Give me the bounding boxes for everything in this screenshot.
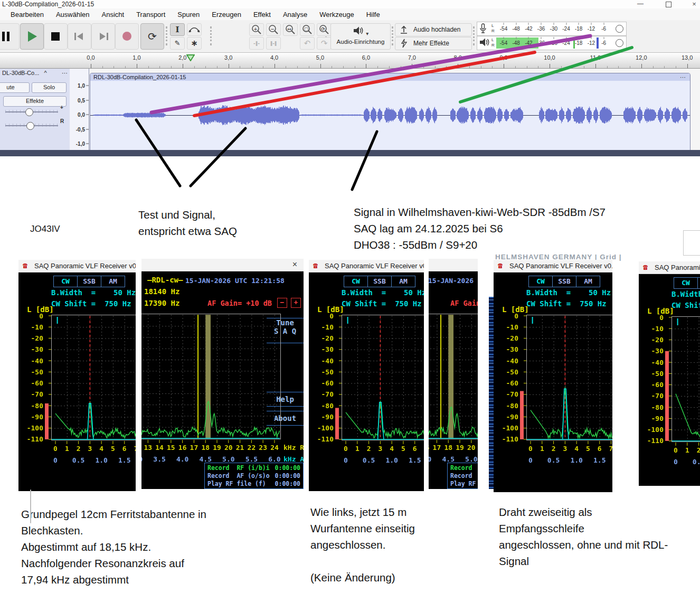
ruler-minor-tick [481, 66, 481, 68]
meter-right-label: R [491, 43, 495, 48]
ruler-minor-tick [630, 66, 630, 68]
silence-selection-button[interactable]: ‖-‖ [266, 37, 281, 50]
saq-title-bar[interactable]: ☎SAQ Panoramic VLF Receiver v0.98× [494, 260, 612, 272]
more-effects-button[interactable]: Mehr Effekte [395, 37, 472, 50]
playback-meter[interactable]: LR-54-48-42-36-30-24-18-12-6 [477, 36, 627, 50]
close-button[interactable]: × [685, 0, 700, 8]
saq-title-bar[interactable]: ☎SAQ Panoramic VLF Receiver v0.98× [309, 260, 424, 272]
zoom-fit-button[interactable]: □ [300, 23, 315, 36]
mode-am-button[interactable]: AM [576, 276, 600, 287]
draw-tool-button[interactable]: ✎ [170, 37, 185, 50]
upload-audio-button[interactable]: Audio hochladen [395, 23, 472, 36]
menu-ansicht[interactable]: Ansicht [102, 11, 125, 18]
meter-scale-value: -24 [562, 40, 570, 46]
track-menu-icon[interactable]: ⋯ [62, 70, 68, 77]
ruler-minor-tick [309, 66, 309, 68]
play-position-marker-icon[interactable] [186, 54, 195, 61]
record-row: Record AF (o/s)o0:00:00 [207, 472, 300, 480]
ruler-minor-tick [297, 66, 298, 68]
close-icon[interactable]: × [292, 260, 297, 269]
skip-start-button[interactable] [68, 23, 91, 50]
ruler-label: 4,0 [270, 54, 278, 61]
menu-analyse[interactable]: Analyse [283, 11, 307, 18]
mode-cw-button[interactable]: CW [53, 276, 78, 287]
menu-werkzeuge[interactable]: Werkzeuge [319, 11, 354, 18]
toolbar-grip[interactable] [473, 26, 475, 45]
af-gain-minus-button[interactable]: − [277, 298, 287, 308]
saq-title-bar[interactable]: ☎SAQ Panoramic VLF Receiver v0.98× [429, 259, 478, 271]
saq-window-6: ☎SAQ Panoramic VLF Receiver v0.98×CWSSBA… [639, 261, 700, 486]
zoom-out-button[interactable]: − [266, 23, 281, 36]
audio-clip[interactable]: RDL-30dB-Compilation_2026-01-15 ⋯ [90, 73, 690, 151]
vertical-scale-ruler: 1,00,50,0-0,5-1,0 [70, 69, 89, 150]
menu-bearbeiten[interactable]: Bearbeiten [11, 11, 44, 18]
mute-button[interactable]: ute [0, 82, 30, 93]
selection-tool-button[interactable]: I [170, 23, 185, 36]
collapse-icon[interactable]: ^ [44, 70, 46, 76]
multi-tool-button[interactable]: ∗ [187, 37, 202, 50]
trim-outside-button[interactable]: -‖- [249, 37, 264, 50]
clip-menu-icon[interactable]: ⋯ [680, 73, 686, 81]
skip-end-button[interactable] [91, 23, 115, 50]
mode-cw-button[interactable]: CW [528, 276, 553, 287]
mode-ssb-button[interactable]: SSB [367, 276, 392, 287]
clip-indicator-icon[interactable] [616, 39, 623, 47]
zoom-in-button[interactable]: + [249, 23, 264, 36]
mode-am-button[interactable]: AM [391, 276, 415, 287]
zoom-fit-icon: □ [300, 24, 314, 35]
clip-indicator-icon[interactable] [616, 25, 623, 33]
mode-ssb-button[interactable]: SSB [697, 277, 700, 289]
track-header[interactable]: DL-30dB-Co... ^ ⋯ [2, 70, 68, 78]
ruler-tick [458, 64, 458, 68]
maximize-button[interactable] [659, 0, 677, 8]
undo-button[interactable]: ↶ [300, 37, 315, 50]
pan-slider-thumb[interactable] [26, 122, 34, 130]
saq-window-2: ☎SAQ Panoramic VLF Receiver v0.98×CWSSBA… [141, 259, 304, 489]
toolbar-grip[interactable] [210, 26, 212, 45]
envelope-tool-button[interactable] [187, 23, 202, 36]
redo-button[interactable]: ↷ [317, 37, 332, 50]
saq-app-icon: ☎ [23, 261, 27, 270]
mode-ssb-button[interactable]: SSB [552, 276, 576, 287]
clip-header[interactable]: RDL-30dB-Compilation_2026-01-15 ⋯ [90, 73, 690, 81]
loop-button[interactable]: ⟳ [140, 23, 164, 50]
menu-hilfe[interactable]: Hilfe [366, 11, 380, 18]
effects-button[interactable]: Effekte [3, 96, 67, 107]
menu-auswhlen[interactable]: Auswählen [56, 11, 90, 18]
record-button[interactable] [115, 23, 139, 50]
mode-am-button[interactable]: AM [101, 276, 125, 287]
scrollbar-fragment[interactable] [683, 230, 700, 256]
mode-cw-button[interactable]: CW [344, 276, 368, 287]
saq-spectrum-plot [639, 312, 700, 473]
zoom-selection-button[interactable]: ↔ [283, 23, 298, 36]
zoom-toggle-button[interactable]: ⟳ [317, 23, 332, 36]
toolbar-grip[interactable] [166, 26, 167, 45]
mode-ssb-button[interactable]: SSB [77, 276, 101, 287]
timeline-ruler[interactable]: 0,01,02,03,04,05,06,07,08,09,010,011,012… [0, 53, 700, 69]
vscale-tick [86, 129, 89, 129]
play-button[interactable] [20, 23, 44, 50]
horizontal-scrollbar-area[interactable] [0, 150, 700, 156]
menu-transport[interactable]: Transport [136, 11, 165, 18]
stop-button[interactable] [44, 23, 68, 50]
saq-title-bar[interactable]: ☎SAQ Panoramic VLF Receiver v0.98× [18, 260, 136, 272]
af-gain-plus-button[interactable]: + [291, 298, 301, 308]
saq-title-bar[interactable]: ☎SAQ Panoramic VLF Receiver v0.98× [639, 261, 700, 274]
menu-effekt[interactable]: Effekt [253, 11, 271, 18]
solo-button[interactable]: Solo [32, 82, 67, 93]
audio-setup-button[interactable]: ▾Audio-Einrichtung [330, 23, 391, 50]
gain-slider-thumb[interactable] [25, 108, 33, 116]
minimize-button[interactable]: — [631, 0, 649, 8]
ruler-tick [550, 64, 550, 68]
recording-meter[interactable]: LR-54-48-42-36-30-24-18-12-6 [477, 22, 627, 36]
menu-erzeugen[interactable]: Erzeugen [212, 11, 241, 18]
toolbar-grip[interactable] [392, 26, 393, 45]
menu-spuren[interactable]: Spuren [177, 11, 200, 18]
saq-window-1-frame: ☎SAQ Panoramic VLF Receiver v0.98×CWSSBA… [18, 260, 136, 491]
waveform[interactable] [90, 81, 690, 149]
mode-cw-button[interactable]: CW [674, 277, 698, 289]
pause-button[interactable] [0, 23, 20, 50]
saq-title-bar[interactable]: ☎SAQ Panoramic VLF Receiver v0.98× [141, 259, 304, 271]
saq-window-4: ☎SAQ Panoramic VLF Receiver v0.98×CWSSBA… [429, 259, 478, 489]
vscale-value: -1,0 [76, 141, 85, 147]
